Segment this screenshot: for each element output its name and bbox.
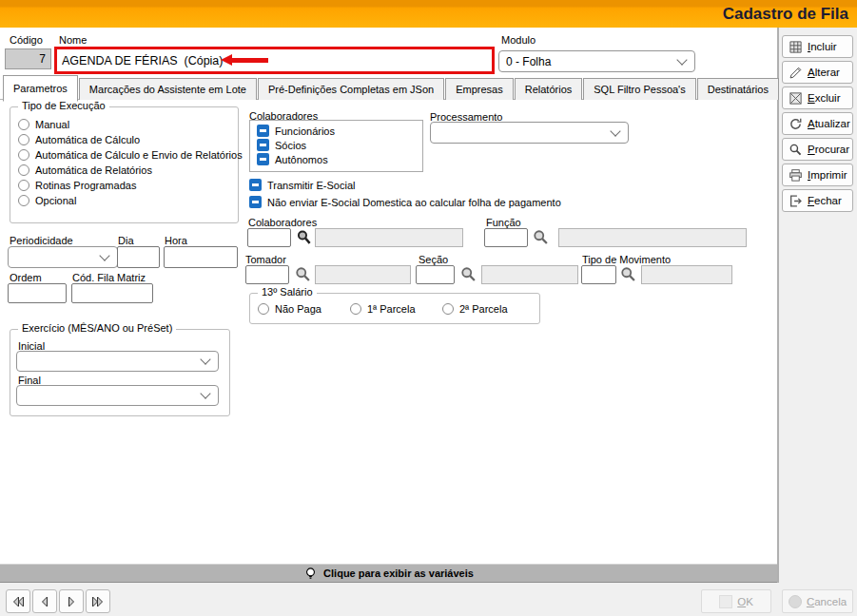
- periodicidade-select[interactable]: [8, 246, 118, 268]
- hora-input[interactable]: [164, 246, 238, 268]
- next-record-button[interactable]: [59, 589, 84, 613]
- funcao-code-input[interactable]: [484, 228, 528, 247]
- variables-hint-bar[interactable]: Clique para exibir as variáveis: [0, 564, 777, 583]
- tomador-label: Tomador: [245, 254, 286, 265]
- search-icon[interactable]: [460, 266, 477, 283]
- grid-icon: [789, 40, 803, 54]
- tab-pre-definicoes-json[interactable]: Pré-Definições Completas em JSon: [258, 78, 444, 100]
- chevron-down-icon: [676, 54, 687, 65]
- checkbox-indeterminate-icon: [257, 139, 269, 151]
- ok-square-icon: [719, 595, 732, 608]
- radio-opcional[interactable]: Opcional: [18, 195, 238, 206]
- previous-record-button[interactable]: [32, 589, 57, 613]
- procurar-button[interactable]: Procurar: [782, 138, 853, 161]
- funcao-label: Função: [486, 217, 521, 228]
- periodicidade-label: Periodicidade: [10, 235, 73, 246]
- lightbulb-icon: [303, 567, 318, 581]
- radio-primeira-parcela[interactable]: 1ª Parcela: [350, 303, 416, 315]
- radio-nao-paga[interactable]: Não Paga: [258, 303, 321, 315]
- fechar-button[interactable]: Fechar: [782, 189, 853, 212]
- exit-icon: [789, 194, 803, 208]
- tipo-movimento-code-input[interactable]: [581, 265, 616, 284]
- decimo-terceiro-legend: 13º Salário: [258, 286, 317, 298]
- record-navigator: [6, 589, 110, 613]
- radio-automatica-calculo-envio[interactable]: Automática de Cálculo e Envio de Relatór…: [18, 149, 238, 161]
- last-record-button[interactable]: [86, 589, 110, 613]
- ordem-input[interactable]: [8, 283, 67, 303]
- double-right-icon: [90, 594, 106, 609]
- excluir-button[interactable]: Excluir: [782, 87, 853, 109]
- search-person-icon[interactable]: [296, 229, 313, 246]
- radio-automatica-relatorios[interactable]: Automática de Relatórios: [18, 164, 238, 176]
- tipo-execucao-group: Tipo de Execução Manual Automática de Cá…: [10, 106, 239, 223]
- modulo-select[interactable]: 0 - Folha: [498, 50, 695, 72]
- refresh-icon: [789, 117, 803, 131]
- check-transmitir-esocial[interactable]: Transmitir E-Social: [249, 179, 356, 191]
- tipo-movimento-label: Tipo de Movimento: [582, 254, 671, 265]
- first-record-button[interactable]: [6, 589, 30, 613]
- red-annotation-box: [54, 47, 495, 74]
- check-nao-enviar-esocial[interactable]: Não enviar E-Social Domestica ao calcula…: [249, 196, 561, 208]
- tab-marcacoes-assistente[interactable]: Marcações do Assistente em Lote: [79, 78, 257, 100]
- tab-sql-filtro-pessoas[interactable]: SQL Filtro Pessoa's: [583, 78, 695, 100]
- title-bar: Cadastro de Fila: [0, 0, 857, 28]
- x-box-icon: [789, 91, 803, 106]
- exercicio-final-select[interactable]: [16, 385, 219, 406]
- search-icon[interactable]: [533, 229, 550, 246]
- checkbox-indeterminate-icon: [249, 179, 262, 191]
- radio-automatica-calculo[interactable]: Automática de Cálculo: [18, 134, 238, 145]
- checkbox-indeterminate-icon: [249, 196, 262, 208]
- colaboradores-description-field: [315, 228, 463, 247]
- dia-input[interactable]: [117, 246, 160, 268]
- nome-input[interactable]: [57, 49, 492, 71]
- colaboradores-code-input[interactable]: [247, 228, 291, 247]
- chevron-down-icon: [200, 388, 210, 398]
- radio-segunda-parcela[interactable]: 2ª Parcela: [442, 303, 508, 315]
- incluir-button[interactable]: Incluir: [782, 35, 853, 58]
- ok-button[interactable]: OK: [701, 589, 771, 613]
- page-title: Cadastro de Fila: [723, 5, 848, 24]
- cod-fila-matriz-label: Cód. Fila Matriz: [72, 272, 146, 283]
- action-button-column: Incluir Alterar Excluir Atualizar Procur…: [779, 28, 857, 583]
- pencil-icon: [789, 66, 803, 80]
- cod-fila-matriz-input[interactable]: [71, 283, 153, 303]
- imprimir-button[interactable]: Imprimir: [782, 164, 853, 186]
- search-icon[interactable]: [620, 266, 637, 283]
- cadastro-de-fila-window: Cadastro de Fila Código 7 Nome Modulo 0 …: [0, 0, 857, 616]
- tomador-description-field: [315, 265, 411, 284]
- decimo-terceiro-group: 13º Salário Não Paga 1ª Parcela 2ª Parce…: [249, 293, 540, 324]
- cancela-button[interactable]: Cancela: [782, 589, 853, 613]
- ordem-label: Ordem: [10, 272, 42, 283]
- tipo-movimento-description-field: [641, 265, 732, 284]
- tab-destinatarios[interactable]: Destinatários: [697, 78, 779, 100]
- radio-manual[interactable]: Manual: [18, 119, 238, 130]
- search-icon[interactable]: [295, 266, 312, 283]
- codigo-label: Código: [10, 34, 43, 46]
- chevron-down-icon: [200, 354, 210, 364]
- check-autonomos[interactable]: Autônomos: [257, 153, 422, 165]
- exercicio-group: Exercício (MÊS/ANO ou PréSet) Inicial Fi…: [10, 329, 230, 416]
- tab-strip: Parametros Marcações do Assistente em Lo…: [3, 77, 780, 102]
- printer-icon: [789, 168, 803, 183]
- secao-code-input[interactable]: [416, 265, 455, 284]
- nome-label: Nome: [59, 34, 87, 46]
- radio-rotinas-programadas[interactable]: Rotinas Programadas: [18, 180, 238, 191]
- colaboradores-checklist: Funcionários Sócios Autônomos: [249, 120, 423, 172]
- cancel-circle-icon: [789, 595, 802, 608]
- hora-label: Hora: [165, 235, 187, 246]
- alterar-button[interactable]: Alterar: [782, 61, 853, 84]
- tab-parametros[interactable]: Parametros: [3, 75, 78, 102]
- atualizar-button[interactable]: Atualizar: [782, 112, 853, 135]
- secao-label: Seção: [419, 254, 448, 265]
- tomador-code-input[interactable]: [245, 265, 289, 284]
- check-funcionarios[interactable]: Funcionários: [257, 125, 422, 137]
- tab-empresas[interactable]: Empresas: [445, 78, 514, 100]
- funcao-description-field: [558, 228, 747, 247]
- processamento-select[interactable]: [430, 122, 629, 144]
- exercicio-inicial-select[interactable]: [16, 351, 219, 372]
- tab-relatorios[interactable]: Relatórios: [515, 78, 583, 100]
- right-icon: [64, 594, 79, 609]
- check-socios[interactable]: Sócios: [257, 139, 422, 151]
- left-icon: [37, 594, 52, 609]
- modulo-value: 0 - Folha: [506, 55, 551, 68]
